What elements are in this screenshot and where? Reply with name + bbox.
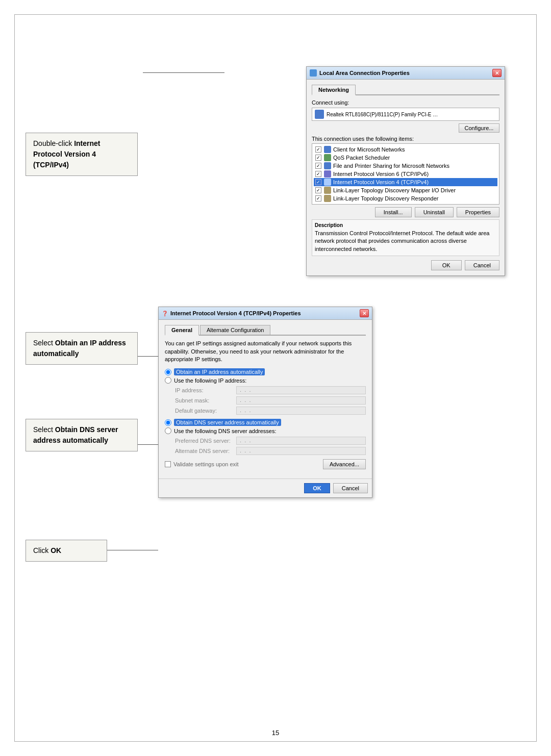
adapter-icon xyxy=(315,110,324,119)
page-border-bottom xyxy=(14,741,537,742)
ip-address-input: . . . xyxy=(236,386,366,394)
tab-bar-2: General Alternate Configuration xyxy=(165,325,366,336)
radio-use-dns-label: Use the following DNS server addresses: xyxy=(174,428,277,434)
ip-address-label: IP address: xyxy=(175,387,236,393)
connector-2b xyxy=(138,444,158,445)
item-icon-4 xyxy=(324,170,331,178)
description-text: Transmission Control Protocol/Internet P… xyxy=(315,230,496,253)
item-icon-3 xyxy=(324,162,331,169)
tab-bar-1: Networking xyxy=(312,85,499,95)
install-button[interactable]: Install... xyxy=(375,207,412,217)
items-label: This connection uses the following items… xyxy=(312,136,499,142)
tab-general[interactable]: General xyxy=(165,325,199,336)
item-icon-2 xyxy=(324,154,331,161)
page-border-top xyxy=(14,14,537,15)
checkbox-2[interactable]: ✓ xyxy=(315,155,321,161)
checkbox-5[interactable]: ✓ xyxy=(315,179,321,185)
close-button-2[interactable]: ✕ xyxy=(360,309,369,317)
alternate-dns-input: . . . xyxy=(236,447,366,455)
subnet-mask-input: . . . xyxy=(236,396,366,405)
list-item-selected[interactable]: ✓ Internet Protocol Version 4 (TCP/IPv4) xyxy=(314,178,497,186)
item-icon-5 xyxy=(324,179,331,186)
ok-button-2[interactable]: OK xyxy=(304,483,330,493)
dialog-icon-1 xyxy=(310,69,317,77)
radio-obtain-dns-label: Obtain DNS server address automatically xyxy=(174,419,281,426)
checkbox-4[interactable]: ✓ xyxy=(315,171,321,177)
radio-use-ip-input[interactable] xyxy=(165,377,171,384)
dialog-title-1: Local Area Connection Properties xyxy=(319,70,410,76)
item-icon-6 xyxy=(324,187,331,194)
list-item: ✓ Link-Layer Topology Discovery Mapper I… xyxy=(314,186,497,194)
tab-alternate[interactable]: Alternate Configuration xyxy=(200,325,271,335)
checkbox-1[interactable]: ✓ xyxy=(315,146,321,153)
validate-checkbox[interactable] xyxy=(165,461,171,467)
dialog2-title: Internet Protocol Version 4 (TCP/IPv4) P… xyxy=(170,310,301,316)
page-border-left xyxy=(14,14,15,742)
adapter-row: Realtek RTL8168C(P)/8111C(P) Family PCI-… xyxy=(312,108,499,121)
checkbox-6[interactable]: ✓ xyxy=(315,187,321,193)
alternate-dns-row: Alternate DNS server: . . . xyxy=(175,447,366,455)
items-list: ✓ Client for Microsoft Networks ✓ QoS Pa… xyxy=(312,143,499,205)
callout-click-bold: OK xyxy=(51,546,61,555)
preferred-dns-label: Preferred DNS server: xyxy=(175,438,236,444)
ip-address-row: IP address: . . . xyxy=(175,386,366,394)
cancel-button-1[interactable]: Cancel xyxy=(465,260,499,270)
connector-line-1 xyxy=(143,72,224,73)
ok-cancel-1: OK Cancel xyxy=(312,260,499,270)
list-item: ✓ QoS Packet Scheduler xyxy=(314,154,497,162)
callout-box-1: Double-click Internet Protocol Version 4… xyxy=(26,133,138,176)
help-icon: ❓ xyxy=(162,311,168,316)
ok-cancel-2: OK Cancel xyxy=(159,478,372,497)
ipv4-properties-dialog: ❓ Internet Protocol Version 4 (TCP/IPv4)… xyxy=(158,307,525,498)
validate-label-text: Validate settings upon exit xyxy=(173,461,239,467)
radio-use-ip-label: Use the following IP address: xyxy=(174,377,246,384)
page-border-right xyxy=(536,14,537,742)
description-title: Description xyxy=(315,222,496,228)
item-icon-1 xyxy=(324,146,331,153)
radio-obtain-ip-auto[interactable]: Obtain an IP address automatically xyxy=(165,368,366,375)
radio-obtain-dns-auto[interactable]: Obtain DNS server address automatically xyxy=(165,419,366,426)
configure-button[interactable]: Configure... xyxy=(459,123,499,133)
radio-obtain-ip-label: Obtain an IP address automatically xyxy=(174,368,265,375)
default-gateway-row: Default gateway: . . . xyxy=(175,407,366,415)
preferred-dns-row: Preferred DNS server: . . . xyxy=(175,437,366,445)
cancel-button-2[interactable]: Cancel xyxy=(333,483,368,493)
section1: Double-click Internet Protocol Version 4… xyxy=(26,56,525,276)
advanced-button[interactable]: Advanced... xyxy=(323,459,366,469)
list-item: ✓ Link-Layer Topology Discovery Responde… xyxy=(314,194,497,203)
preferred-dns-input: . . . xyxy=(236,437,366,445)
radio-use-dns-input[interactable] xyxy=(165,427,171,434)
default-gateway-label: Default gateway: xyxy=(175,408,236,414)
radio-obtain-ip-input[interactable] xyxy=(165,369,171,375)
item-icon-7 xyxy=(324,195,331,202)
list-item: ✓ File and Printer Sharing for Microsoft… xyxy=(314,162,497,170)
default-gateway-input: . . . xyxy=(236,407,366,415)
dialog2-container: ❓ Internet Protocol Version 4 (TCP/IPv4)… xyxy=(158,307,372,498)
callout-obtain-dns: Select Obtain DNS server address automat… xyxy=(26,419,138,451)
close-button-1[interactable]: ✕ xyxy=(492,69,502,77)
properties-button[interactable]: Properties xyxy=(457,207,499,217)
list-item: ✓ Client for Microsoft Networks xyxy=(314,145,497,154)
ok-button-1[interactable]: OK xyxy=(431,260,462,270)
connect-using-label: Connect using: xyxy=(312,99,499,106)
alternate-dns-label: Alternate DNS server: xyxy=(175,448,236,454)
adapter-name: Realtek RTL8168C(P)/8111C(P) Family PCI-… xyxy=(327,112,439,117)
dialog2-titlebar: ❓ Internet Protocol Version 4 (TCP/IPv4)… xyxy=(159,307,372,320)
checkbox-7[interactable]: ✓ xyxy=(315,195,321,201)
connector-2a xyxy=(138,356,158,357)
radio-use-following-ip[interactable]: Use the following IP address: xyxy=(165,377,366,384)
checkbox-3[interactable]: ✓ xyxy=(315,163,321,169)
callout3-prefix: Select xyxy=(33,425,55,434)
uninstall-button[interactable]: Uninstall xyxy=(415,207,454,217)
callout-click-ok: Click OK xyxy=(26,540,107,562)
local-area-connection-dialog: Local Area Connection Properties ✕ Netwo… xyxy=(224,66,525,276)
callout2-prefix: Select xyxy=(33,339,55,347)
callout-click-prefix: Click xyxy=(33,546,51,555)
radio-use-following-dns[interactable]: Use the following DNS server addresses: xyxy=(165,427,366,434)
subnet-mask-row: Subnet mask: . . . xyxy=(175,396,366,405)
connector-2c xyxy=(107,550,158,550)
tab-networking[interactable]: Networking xyxy=(312,85,356,95)
radio-obtain-dns-input[interactable] xyxy=(165,419,171,426)
subnet-mask-label: Subnet mask: xyxy=(175,397,236,404)
section2: Select Obtain an IP address automaticall… xyxy=(26,307,525,592)
